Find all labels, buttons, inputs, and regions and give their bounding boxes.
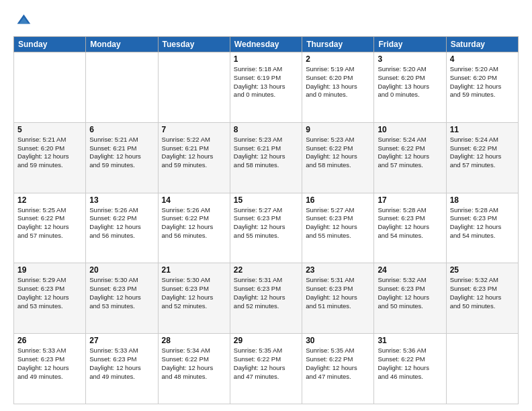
day-info: Sunrise: 5:31 AM Sunset: 6:23 PM Dayligh… xyxy=(306,276,370,310)
day-info: Sunrise: 5:23 AM Sunset: 6:21 PM Dayligh… xyxy=(234,136,298,170)
calendar-cell: 12Sunrise: 5:25 AM Sunset: 6:22 PM Dayli… xyxy=(14,193,86,263)
calendar-cell: 30Sunrise: 5:35 AM Sunset: 6:22 PM Dayli… xyxy=(302,334,374,404)
day-info: Sunrise: 5:19 AM Sunset: 6:20 PM Dayligh… xyxy=(306,65,370,99)
day-info: Sunrise: 5:31 AM Sunset: 6:23 PM Dayligh… xyxy=(234,276,298,310)
weekday-thursday: Thursday xyxy=(302,37,374,52)
day-info: Sunrise: 5:28 AM Sunset: 6:23 PM Dayligh… xyxy=(450,206,515,240)
calendar-cell: 8Sunrise: 5:23 AM Sunset: 6:21 PM Daylig… xyxy=(230,122,302,193)
day-info: Sunrise: 5:32 AM Sunset: 6:23 PM Dayligh… xyxy=(378,276,442,310)
calendar-cell xyxy=(446,334,518,404)
day-number: 28 xyxy=(162,336,226,345)
day-number: 21 xyxy=(162,265,226,275)
day-info: Sunrise: 5:27 AM Sunset: 6:23 PM Dayligh… xyxy=(234,206,298,240)
day-number: 1 xyxy=(234,54,298,64)
day-info: Sunrise: 5:27 AM Sunset: 6:23 PM Dayligh… xyxy=(306,206,370,240)
day-number: 19 xyxy=(17,265,82,275)
day-info: Sunrise: 5:35 AM Sunset: 6:22 PM Dayligh… xyxy=(306,347,370,381)
day-info: Sunrise: 5:30 AM Sunset: 6:23 PM Dayligh… xyxy=(162,276,226,310)
calendar-cell: 26Sunrise: 5:33 AM Sunset: 6:23 PM Dayli… xyxy=(14,334,86,404)
calendar-cell xyxy=(14,52,86,123)
calendar-cell: 11Sunrise: 5:24 AM Sunset: 6:22 PM Dayli… xyxy=(446,122,518,193)
calendar-cell: 6Sunrise: 5:21 AM Sunset: 6:21 PM Daylig… xyxy=(86,122,158,193)
calendar-week-3: 12Sunrise: 5:25 AM Sunset: 6:22 PM Dayli… xyxy=(14,193,519,263)
day-number: 25 xyxy=(450,265,515,275)
calendar-cell: 19Sunrise: 5:29 AM Sunset: 6:23 PM Dayli… xyxy=(14,263,86,334)
day-info: Sunrise: 5:29 AM Sunset: 6:23 PM Dayligh… xyxy=(17,276,82,310)
calendar-cell: 29Sunrise: 5:35 AM Sunset: 6:22 PM Dayli… xyxy=(230,334,302,404)
calendar-cell xyxy=(86,52,158,123)
day-info: Sunrise: 5:33 AM Sunset: 6:23 PM Dayligh… xyxy=(89,347,154,381)
day-info: Sunrise: 5:26 AM Sunset: 6:22 PM Dayligh… xyxy=(89,206,154,240)
day-info: Sunrise: 5:32 AM Sunset: 6:23 PM Dayligh… xyxy=(450,276,515,310)
day-info: Sunrise: 5:35 AM Sunset: 6:22 PM Dayligh… xyxy=(234,347,298,381)
day-info: Sunrise: 5:21 AM Sunset: 6:21 PM Dayligh… xyxy=(89,136,154,170)
weekday-saturday: Saturday xyxy=(446,37,518,52)
day-info: Sunrise: 5:33 AM Sunset: 6:23 PM Dayligh… xyxy=(17,347,82,381)
calendar-cell: 31Sunrise: 5:36 AM Sunset: 6:22 PM Dayli… xyxy=(374,334,446,404)
calendar-cell: 5Sunrise: 5:21 AM Sunset: 6:20 PM Daylig… xyxy=(14,122,86,193)
calendar-cell: 3Sunrise: 5:20 AM Sunset: 6:20 PM Daylig… xyxy=(374,52,446,123)
calendar-table: SundayMondayTuesdayWednesdayThursdayFrid… xyxy=(13,36,519,404)
day-number: 29 xyxy=(234,336,298,345)
calendar-week-2: 5Sunrise: 5:21 AM Sunset: 6:20 PM Daylig… xyxy=(14,122,519,193)
day-number: 5 xyxy=(17,125,82,134)
day-number: 11 xyxy=(450,125,515,134)
day-number: 18 xyxy=(450,195,515,205)
day-number: 12 xyxy=(17,195,82,205)
weekday-header-row: SundayMondayTuesdayWednesdayThursdayFrid… xyxy=(14,37,519,52)
calendar-week-4: 19Sunrise: 5:29 AM Sunset: 6:23 PM Dayli… xyxy=(14,263,519,334)
calendar-cell: 23Sunrise: 5:31 AM Sunset: 6:23 PM Dayli… xyxy=(302,263,374,334)
day-number: 14 xyxy=(162,195,226,205)
calendar-cell: 10Sunrise: 5:24 AM Sunset: 6:22 PM Dayli… xyxy=(374,122,446,193)
day-number: 31 xyxy=(378,336,442,345)
day-number: 24 xyxy=(378,265,442,275)
header xyxy=(13,11,519,30)
weekday-sunday: Sunday xyxy=(14,37,86,52)
day-number: 15 xyxy=(234,195,298,205)
day-info: Sunrise: 5:25 AM Sunset: 6:22 PM Dayligh… xyxy=(17,206,82,240)
calendar-body: 1Sunrise: 5:18 AM Sunset: 6:19 PM Daylig… xyxy=(14,52,519,404)
weekday-friday: Friday xyxy=(374,37,446,52)
calendar-week-1: 1Sunrise: 5:18 AM Sunset: 6:19 PM Daylig… xyxy=(14,52,519,123)
page: SundayMondayTuesdayWednesdayThursdayFrid… xyxy=(0,0,532,411)
calendar-cell: 28Sunrise: 5:34 AM Sunset: 6:22 PM Dayli… xyxy=(158,334,230,404)
calendar-cell: 2Sunrise: 5:19 AM Sunset: 6:20 PM Daylig… xyxy=(302,52,374,123)
day-info: Sunrise: 5:23 AM Sunset: 6:22 PM Dayligh… xyxy=(306,136,370,170)
day-info: Sunrise: 5:21 AM Sunset: 6:20 PM Dayligh… xyxy=(17,136,82,170)
day-number: 4 xyxy=(450,54,515,64)
calendar-cell: 13Sunrise: 5:26 AM Sunset: 6:22 PM Dayli… xyxy=(86,193,158,263)
calendar-week-5: 26Sunrise: 5:33 AM Sunset: 6:23 PM Dayli… xyxy=(14,334,519,404)
day-number: 20 xyxy=(89,265,154,275)
calendar-cell: 9Sunrise: 5:23 AM Sunset: 6:22 PM Daylig… xyxy=(302,122,374,193)
day-number: 7 xyxy=(162,125,226,134)
day-number: 23 xyxy=(306,265,370,275)
calendar-cell: 16Sunrise: 5:27 AM Sunset: 6:23 PM Dayli… xyxy=(302,193,374,263)
weekday-monday: Monday xyxy=(86,37,158,52)
day-info: Sunrise: 5:28 AM Sunset: 6:23 PM Dayligh… xyxy=(378,206,442,240)
calendar-cell: 17Sunrise: 5:28 AM Sunset: 6:23 PM Dayli… xyxy=(374,193,446,263)
calendar-cell: 21Sunrise: 5:30 AM Sunset: 6:23 PM Dayli… xyxy=(158,263,230,334)
calendar-cell: 24Sunrise: 5:32 AM Sunset: 6:23 PM Dayli… xyxy=(374,263,446,334)
day-number: 3 xyxy=(378,54,442,64)
calendar-cell: 22Sunrise: 5:31 AM Sunset: 6:23 PM Dayli… xyxy=(230,263,302,334)
calendar-cell: 15Sunrise: 5:27 AM Sunset: 6:23 PM Dayli… xyxy=(230,193,302,263)
day-info: Sunrise: 5:24 AM Sunset: 6:22 PM Dayligh… xyxy=(378,136,442,170)
day-number: 8 xyxy=(234,125,298,134)
weekday-tuesday: Tuesday xyxy=(158,37,230,52)
calendar-cell xyxy=(158,52,230,123)
calendar-cell: 1Sunrise: 5:18 AM Sunset: 6:19 PM Daylig… xyxy=(230,52,302,123)
calendar-cell: 27Sunrise: 5:33 AM Sunset: 6:23 PM Dayli… xyxy=(86,334,158,404)
day-number: 30 xyxy=(306,336,370,345)
day-info: Sunrise: 5:18 AM Sunset: 6:19 PM Dayligh… xyxy=(234,65,298,99)
logo xyxy=(13,11,35,30)
day-number: 26 xyxy=(17,336,82,345)
day-number: 22 xyxy=(234,265,298,275)
calendar-cell: 20Sunrise: 5:30 AM Sunset: 6:23 PM Dayli… xyxy=(86,263,158,334)
day-number: 9 xyxy=(306,125,370,134)
logo-icon xyxy=(13,11,32,30)
day-info: Sunrise: 5:20 AM Sunset: 6:20 PM Dayligh… xyxy=(450,65,515,99)
day-info: Sunrise: 5:24 AM Sunset: 6:22 PM Dayligh… xyxy=(450,136,515,170)
calendar-header: SundayMondayTuesdayWednesdayThursdayFrid… xyxy=(14,37,519,52)
day-number: 17 xyxy=(378,195,442,205)
day-number: 13 xyxy=(89,195,154,205)
